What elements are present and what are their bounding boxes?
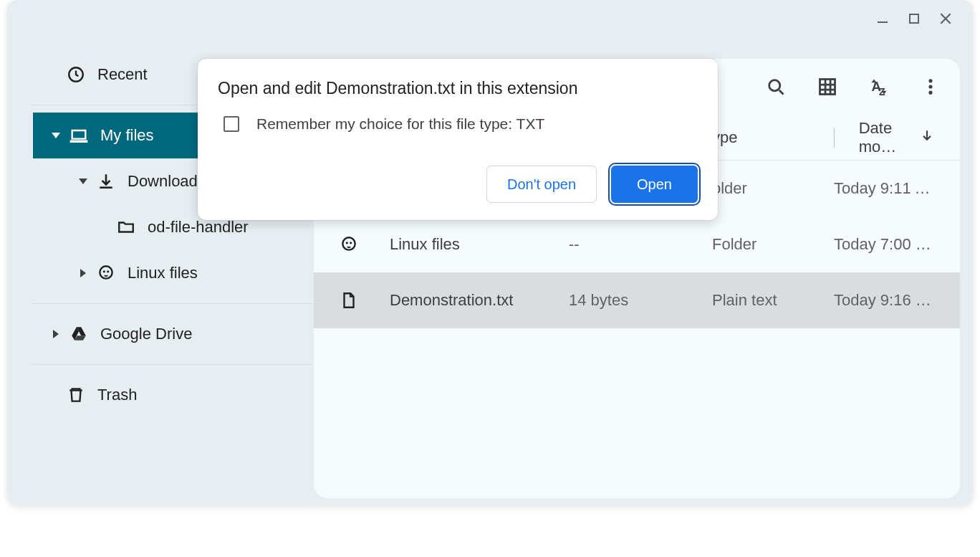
linux-icon [95, 264, 117, 282]
svg-point-23 [350, 242, 352, 244]
table-row[interactable]: Demonstration.txt 14 bytes Plain text To… [314, 272, 960, 328]
expand-icon [75, 178, 92, 184]
view-grid-button[interactable] [815, 75, 840, 99]
remember-checkbox[interactable] [224, 116, 239, 132]
maximize-button[interactable] [898, 3, 930, 34]
svg-rect-10 [820, 80, 835, 95]
expand-icon [75, 269, 92, 277]
expand-icon [47, 133, 64, 138]
sidebar-label-recent: Recent [97, 65, 148, 84]
svg-point-19 [928, 91, 932, 95]
titlebar [7, 0, 973, 37]
dialog-title: Open and edit Demonstration.txt in this … [218, 79, 698, 98]
svg-point-7 [107, 270, 109, 272]
sort-button[interactable]: AZ [867, 75, 891, 99]
table-row[interactable]: Linux files -- Folder Today 7:00 … [314, 216, 960, 272]
close-window-button[interactable] [930, 3, 961, 34]
svg-point-17 [928, 79, 932, 82]
file-size: 14 bytes [569, 291, 712, 310]
file-icon [340, 291, 390, 310]
open-button[interactable]: Open [611, 166, 698, 203]
svg-rect-1 [910, 14, 918, 23]
download-icon [95, 172, 117, 191]
sidebar-separator [32, 364, 314, 365]
open-file-dialog: Open and edit Demonstration.txt in this … [198, 59, 718, 220]
more-options-button[interactable] [918, 75, 943, 99]
sort-arrow-icon [920, 128, 934, 147]
trash-icon [64, 386, 87, 404]
file-type: Plain text [712, 291, 834, 310]
file-size: -- [569, 235, 712, 254]
svg-point-8 [769, 80, 780, 91]
laptop-icon [67, 125, 90, 146]
sidebar-separator [32, 303, 314, 304]
dialog-actions: Don't open Open [218, 166, 698, 203]
recent-icon [64, 65, 87, 84]
remember-label: Remember my choice for this file type: T… [256, 115, 544, 133]
linux-icon [340, 235, 390, 254]
column-date[interactable]: Date mo… [834, 119, 934, 156]
file-name: Demonstration.txt [390, 291, 569, 310]
sidebar-label-linux-files: Linux files [128, 264, 198, 282]
folder-icon [115, 218, 138, 237]
svg-point-22 [346, 242, 348, 244]
column-divider [834, 128, 835, 148]
sidebar-item-google-drive[interactable]: Google Drive [7, 311, 314, 357]
file-type: older [712, 179, 834, 198]
svg-line-9 [779, 90, 784, 95]
dialog-remember-row: Remember my choice for this file type: T… [218, 115, 698, 133]
svg-point-6 [103, 270, 105, 272]
expand-icon [47, 330, 64, 338]
file-name: Linux files [390, 235, 569, 254]
dont-open-button[interactable]: Don't open [486, 166, 597, 203]
sidebar-item-linux-files[interactable]: Linux files [7, 250, 314, 296]
file-date: Today 9:16 … [834, 291, 934, 310]
sidebar-label-downloads: Downloads [128, 172, 206, 191]
file-date: Today 9:11 AM [834, 179, 934, 198]
file-date: Today 7:00 … [834, 235, 934, 254]
google-drive-icon [67, 325, 90, 343]
sidebar-label-google-drive: Google Drive [100, 325, 192, 343]
file-type: Folder [712, 235, 834, 254]
sidebar-label-my-files: My files [100, 126, 154, 145]
sidebar-label-trash: Trash [97, 386, 137, 404]
sidebar-label-handler-folder: od-file-handler [148, 218, 249, 237]
svg-point-18 [928, 85, 932, 88]
search-button[interactable] [764, 75, 788, 99]
column-type[interactable]: ype [712, 128, 834, 147]
sidebar-item-trash[interactable]: Trash [7, 372, 314, 418]
minimize-button[interactable] [867, 3, 898, 34]
